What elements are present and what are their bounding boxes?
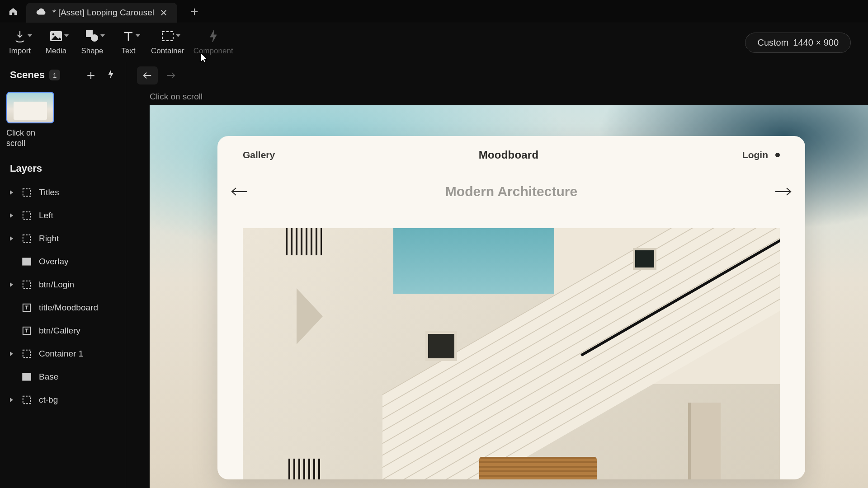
svg-rect-14 <box>23 396 31 404</box>
shape-tool[interactable]: Shape <box>79 29 106 56</box>
layer-row[interactable]: Right <box>0 227 126 250</box>
svg-rect-13 <box>22 373 31 380</box>
layer-name: Container 1 <box>39 349 118 359</box>
tool-label: Media <box>46 47 66 56</box>
svg-point-1 <box>52 33 55 36</box>
component-tool[interactable]: Component <box>193 29 233 56</box>
layer-name: Base <box>39 372 118 382</box>
viewport-dimensions: 1440 × 900 <box>793 38 839 48</box>
layer-type-icon <box>21 257 33 267</box>
layer-disclosure[interactable] <box>8 282 14 287</box>
tab-title: * [Asset] Looping Carousel <box>52 8 154 18</box>
layer-disclosure[interactable] <box>8 190 14 195</box>
history-forward-button[interactable] <box>160 66 181 84</box>
bolt-icon <box>106 69 116 79</box>
text-tool[interactable]: Text <box>115 29 142 56</box>
text-icon <box>123 30 134 42</box>
layer-type-icon <box>21 234 33 244</box>
layer-name: btn/Login <box>39 280 118 290</box>
mock-next-button[interactable] <box>771 187 795 197</box>
document-tab[interactable]: * [Asset] Looping Carousel <box>26 3 177 23</box>
svg-rect-8 <box>22 258 31 265</box>
mock-carousel-header: Modern Architecture <box>217 174 805 209</box>
layer-name: Overlay <box>39 257 118 267</box>
layer-name: Titles <box>39 188 118 197</box>
layer-row[interactable]: btn/Gallery <box>0 319 126 342</box>
scene-name: Click on scroll <box>6 128 54 148</box>
history-back-button[interactable] <box>137 66 158 84</box>
viewport-size-selector[interactable]: Custom 1440 × 900 <box>745 33 851 53</box>
canvas-area[interactable]: Click on scroll Gallery Moodboard Login … <box>126 62 868 488</box>
media-tool[interactable]: Media <box>42 29 70 56</box>
layer-disclosure[interactable] <box>8 236 14 241</box>
layers-title: Layers <box>10 163 42 174</box>
shape-icon <box>86 30 99 42</box>
layer-type-icon <box>21 188 33 197</box>
layer-row[interactable]: ct-bg <box>0 388 126 411</box>
history-nav <box>137 66 181 84</box>
close-tab-button[interactable] <box>160 9 167 16</box>
svg-rect-4 <box>162 32 173 41</box>
layer-row[interactable]: Overlay <box>0 250 126 273</box>
tool-label: Text <box>121 47 135 56</box>
layer-name: Left <box>39 211 118 221</box>
layer-row[interactable]: Left <box>0 204 126 227</box>
mock-gallery-link[interactable]: Gallery <box>243 150 275 160</box>
artboard[interactable]: Gallery Moodboard Login Modern Architect… <box>150 105 868 488</box>
add-scene-button[interactable]: ＋ <box>84 68 98 82</box>
arrow-right-icon <box>166 71 176 80</box>
svg-rect-5 <box>23 188 31 196</box>
scene-actions-button[interactable] <box>106 69 116 81</box>
layers-header: Layers <box>0 156 126 181</box>
layer-disclosure[interactable] <box>8 213 14 218</box>
layer-name: btn/Gallery <box>39 326 118 336</box>
layer-name: Right <box>39 234 118 244</box>
media-icon <box>50 31 62 42</box>
layer-row[interactable]: Titles <box>0 181 126 204</box>
mock-status-dot <box>775 153 780 157</box>
scene-card[interactable]: Click on scroll <box>6 92 54 148</box>
layer-list: TitlesLeftRightOverlaybtn/Logintitle/Moo… <box>0 181 126 411</box>
cloud-icon <box>36 7 46 19</box>
mock-login-link[interactable]: Login <box>742 150 768 160</box>
mock-section-title: Modern Architecture <box>252 184 771 199</box>
mock-brand: Moodboard <box>275 149 742 161</box>
scene-thumbnail <box>6 92 54 123</box>
layer-row[interactable]: Container 1 <box>0 342 126 365</box>
toolstrip: Import Media Shape T <box>0 23 868 62</box>
svg-rect-7 <box>23 235 31 242</box>
scenes-count: 1 <box>49 70 60 80</box>
svg-point-3 <box>91 34 98 42</box>
left-panel: Scenes 1 ＋ Click on scroll Layers Titles… <box>0 62 126 488</box>
tool-label: Component <box>193 47 233 56</box>
mock-prev-button[interactable] <box>227 187 252 197</box>
layer-type-icon <box>21 303 33 313</box>
layer-row[interactable]: title/Moodboard <box>0 296 126 319</box>
layer-row[interactable]: btn/Login <box>0 273 126 296</box>
home-button[interactable] <box>0 0 26 23</box>
mock-navbar: Gallery Moodboard Login <box>217 136 805 174</box>
artboard-label[interactable]: Click on scroll <box>150 92 203 102</box>
container-tool[interactable]: Container <box>151 29 184 56</box>
layer-type-icon <box>21 280 33 290</box>
tool-label: Shape <box>81 47 103 56</box>
tool-label: Container <box>151 47 184 56</box>
layer-type-icon <box>21 395 33 405</box>
layer-disclosure[interactable] <box>8 351 14 357</box>
container-icon <box>161 31 174 42</box>
layer-name: title/Moodboard <box>39 303 118 313</box>
layer-disclosure[interactable] <box>8 397 14 403</box>
layer-row[interactable]: Base <box>0 365 126 388</box>
mock-card[interactable]: Gallery Moodboard Login Modern Architect… <box>217 136 805 479</box>
layer-name: ct-bg <box>39 395 118 405</box>
layer-type-icon <box>21 372 33 382</box>
layer-type-icon <box>21 211 33 221</box>
home-icon <box>8 6 18 16</box>
titlebar: * [Asset] Looping Carousel ＋ <box>0 0 868 23</box>
import-tool[interactable]: Import <box>6 29 33 56</box>
svg-rect-9 <box>23 281 31 288</box>
new-tab-button[interactable]: ＋ <box>182 0 207 23</box>
mock-hero-image <box>243 228 780 479</box>
layer-type-icon <box>21 349 33 359</box>
arrow-left-icon <box>142 71 152 80</box>
